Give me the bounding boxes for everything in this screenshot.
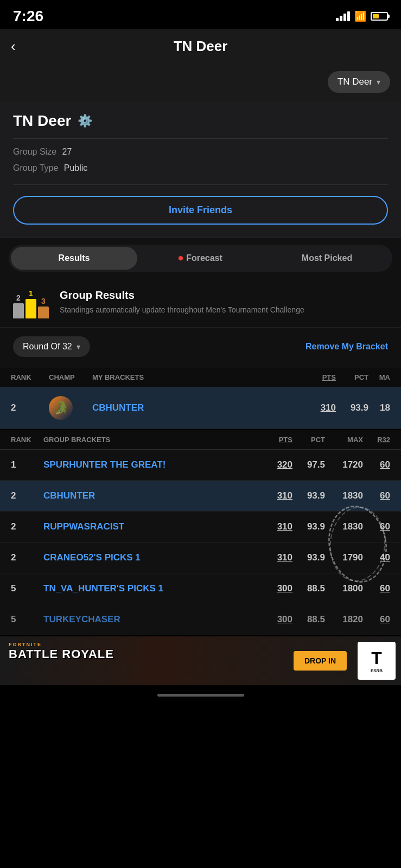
my-bracket-pct: 93.9 (336, 403, 368, 413)
group-rank-6: 5 (11, 614, 43, 625)
status-bar: 7:26 📶 (0, 0, 401, 29)
group-bracket-row-3[interactable]: 2 RuppWasRacist 310 93.9 1830 60 (0, 512, 401, 542)
my-bracket-rank: 2 (11, 403, 49, 413)
my-brackets-table: RANK CHAMP MY BRACKETS PTS PCT MA 2 🐊 Cb… (0, 368, 401, 429)
group-name-6: Turkeychaser (43, 614, 254, 625)
fortnite-logo-top: FORTNITE (9, 642, 114, 647)
group-name-1: Spurhunter the Great! (43, 459, 254, 470)
gear-icon[interactable]: ⚙️ (78, 114, 92, 128)
col-header-ma: MA (368, 373, 390, 381)
forecast-live-dot (179, 256, 183, 260)
group-r32-4: 40 (363, 552, 390, 563)
results-text: Group Results Standings automatically up… (60, 289, 304, 316)
group-bracket-row-1[interactable]: 1 Spurhunter the Great! 320 97.5 1720 60 (0, 450, 401, 481)
podium-bar-1: 1 (26, 289, 36, 318)
group-selector-bar: TN Deer ▾ (0, 66, 401, 101)
col-header-rank: RANK (11, 373, 49, 381)
round-chevron-icon: ▾ (77, 342, 80, 351)
group-max-4: 1790 (325, 552, 363, 563)
my-bracket-pts: 310 (298, 403, 336, 413)
col-header-pts: PTS (298, 373, 336, 381)
gcol-header-r32: R32 (363, 436, 390, 444)
group-results-title: Group Results (60, 289, 304, 302)
group-pct-1: 97.5 (292, 459, 325, 470)
group-pts-5: 300 (254, 583, 292, 594)
group-bracket-row-5[interactable]: 5 Tn_Va_Hunter's Picks 1 300 88.5 1800 6… (0, 573, 401, 604)
group-size-label: Group Size (13, 147, 56, 156)
group-pct-5: 88.5 (292, 583, 325, 594)
back-button[interactable]: ‹ (11, 38, 16, 55)
table-row[interactable]: 2 🐊 Cbhunter 310 93.9 18 (0, 387, 401, 429)
col-header-champ: CHAMP (49, 373, 92, 381)
round-selector-row: Round Of 32 ▾ Remove My Bracket (0, 328, 401, 368)
battery-icon (371, 12, 388, 21)
group-max-5: 1800 (325, 583, 363, 594)
gcol-header-max: MAX (325, 436, 363, 444)
round-selector-label: Round Of 32 (23, 342, 72, 352)
group-pts-2: 310 (254, 490, 292, 501)
group-pts-1: 320 (254, 459, 292, 470)
group-selector-label: TN Deer (338, 76, 372, 87)
fortnite-ad-text: FORTNITE BATTLE ROYALE (9, 642, 114, 661)
group-results-inner: 2 1 3 Group Results Standings automatica… (13, 289, 388, 318)
group-name-2: Cbhunter (43, 490, 254, 501)
group-rank-2: 2 (11, 490, 43, 501)
group-name-3: RuppWasRacist (43, 521, 254, 532)
group-rank-5: 5 (11, 583, 43, 594)
tab-forecast[interactable]: Forecast (137, 247, 264, 270)
invite-friends-button[interactable]: Invite Friends (13, 196, 388, 225)
col-header-brackets: MY BRACKETS (92, 373, 298, 381)
podium-block-3 (38, 307, 49, 318)
group-max-3: 1830 (325, 521, 363, 532)
tab-most-picked[interactable]: Most Picked (264, 247, 390, 270)
group-pct-6: 88.5 (292, 614, 325, 625)
group-pct-4: 93.9 (292, 552, 325, 563)
my-bracket-ma: 18 (368, 403, 390, 413)
status-icons: 📶 (336, 10, 388, 22)
group-max-1: 1720 (325, 459, 363, 470)
ad-banner[interactable]: FORTNITE BATTLE ROYALE DROP IN T ESRB (0, 636, 401, 685)
group-r32-5: 60 (363, 583, 390, 594)
group-pct-2: 93.9 (292, 490, 325, 501)
group-pct-3: 93.9 (292, 521, 325, 532)
group-brackets-table: RANK GROUP BRACKETS PTS PCT MAX R32 1 Sp… (0, 430, 401, 635)
group-pts-6: 300 (254, 614, 292, 625)
fortnite-battle-royale: BATTLE ROYALE (9, 647, 114, 661)
group-max-6: 1820 (325, 614, 363, 625)
col-header-pct: PCT (336, 373, 368, 381)
signal-icon (336, 11, 350, 21)
chevron-down-icon: ▾ (377, 78, 380, 86)
remove-bracket-button[interactable]: Remove My Bracket (305, 342, 388, 352)
group-results-description: Standings automatically update throughou… (60, 305, 304, 316)
group-meta: Group Size 27 Group Type Public (13, 138, 388, 185)
tab-results[interactable]: Results (11, 247, 137, 270)
group-bracket-row-2[interactable]: 2 Cbhunter 310 93.9 1830 60 (0, 481, 401, 512)
group-name-4: craneo52's Picks 1 (43, 552, 254, 563)
my-brackets-header: RANK CHAMP MY BRACKETS PTS PCT MA (0, 368, 401, 387)
tabs: Results Forecast Most Picked (9, 245, 392, 272)
group-r32-6: 60 (363, 614, 390, 625)
group-rank-1: 1 (11, 459, 43, 470)
home-indicator (0, 685, 401, 705)
podium-icon: 2 1 3 (13, 289, 49, 318)
drop-in-button[interactable]: DROP IN (294, 651, 347, 671)
my-bracket-name: Cbhunter (92, 403, 298, 413)
group-type-value: Public (64, 163, 88, 173)
group-selector-pill[interactable]: TN Deer ▾ (328, 71, 390, 93)
wifi-icon: 📶 (354, 10, 366, 22)
esrb-rating-label: ESRB (371, 668, 383, 673)
podium-block-1 (26, 299, 36, 318)
group-size-row: Group Size 27 (13, 145, 388, 158)
gcol-header-pts: PTS (254, 436, 292, 444)
gator-logo: 🐊 (49, 396, 73, 420)
group-type-label: Group Type (13, 163, 58, 173)
group-pts-4: 310 (254, 552, 292, 563)
round-selector-pill[interactable]: Round Of 32 ▾ (13, 336, 90, 357)
group-bracket-row-6[interactable]: 5 Turkeychaser 300 88.5 1820 60 (0, 604, 401, 635)
group-brackets-header: RANK GROUP BRACKETS PTS PCT MAX R32 (0, 430, 401, 450)
group-bracket-row-4[interactable]: 2 craneo52's Picks 1 310 93.9 1790 40 (0, 542, 401, 573)
page-title: TN Deer (174, 38, 228, 55)
podium-bar-3: 3 (38, 297, 49, 318)
podium-pos3-num: 3 (41, 297, 46, 305)
group-pts-3: 310 (254, 521, 292, 532)
